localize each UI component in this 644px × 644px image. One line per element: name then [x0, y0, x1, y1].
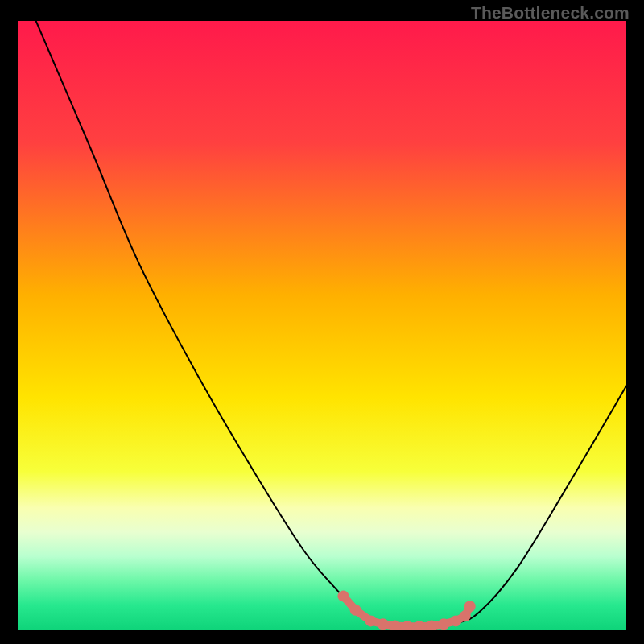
highlight-dot: [464, 601, 476, 612]
plot-area: [18, 21, 626, 630]
watermark-text: TheBottleneck.com: [471, 3, 630, 23]
highlight-dot: [350, 605, 361, 616]
chart-frame: TheBottleneck.com: [0, 0, 644, 644]
highlight-dot: [337, 590, 349, 601]
gradient-background: [18, 21, 626, 630]
highlight-dot: [438, 618, 449, 630]
plot-svg: [18, 21, 626, 630]
highlight-dot: [460, 610, 471, 621]
highlight-dot: [365, 615, 376, 626]
highlight-dot: [378, 618, 389, 630]
